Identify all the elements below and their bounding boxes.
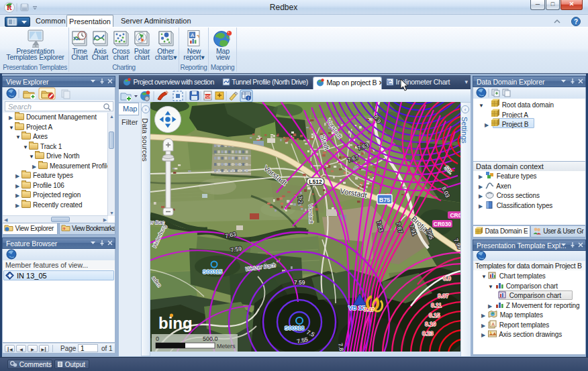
- svg-text:7.59: 7.59: [294, 279, 305, 286]
- svg-text:VB 17: VB 17: [348, 305, 365, 311]
- svg-text:CR030: CR030: [434, 221, 452, 227]
- svg-text:?: ?: [574, 18, 578, 25]
- svg-text:S00318: S00318: [285, 325, 305, 331]
- svg-text:Vorstadt: Vorstadt: [307, 204, 314, 224]
- svg-text:A: A: [491, 321, 495, 326]
- svg-text:0.0: 0.0: [443, 275, 451, 282]
- svg-text:8.19: 8.19: [425, 321, 436, 327]
- svg-text:S00315: S00315: [203, 268, 223, 275]
- svg-text:A: A: [191, 32, 195, 38]
- svg-text:7.2: 7.2: [297, 195, 304, 204]
- svg-text:CR0: CR0: [450, 212, 460, 219]
- svg-text:Meters: Meters: [217, 343, 236, 350]
- svg-text:L512: L512: [309, 178, 322, 185]
- svg-text:i: i: [248, 96, 248, 101]
- svg-text:PDF: PDF: [204, 95, 212, 99]
- svg-text:8.07: 8.07: [438, 293, 449, 299]
- svg-text:7.8: 7.8: [337, 343, 345, 352]
- svg-text:8.11: 8.11: [431, 302, 442, 309]
- svg-text:bing: bing: [158, 314, 193, 332]
- svg-text:7.47: 7.47: [364, 307, 375, 313]
- svg-text:8.15: 8.15: [429, 312, 440, 319]
- svg-text:0: 0: [156, 335, 159, 342]
- svg-text:R: R: [7, 3, 13, 11]
- svg-text:500.0: 500.0: [203, 335, 218, 342]
- svg-text:0.23: 0.23: [422, 330, 434, 337]
- svg-text:B75: B75: [379, 197, 391, 203]
